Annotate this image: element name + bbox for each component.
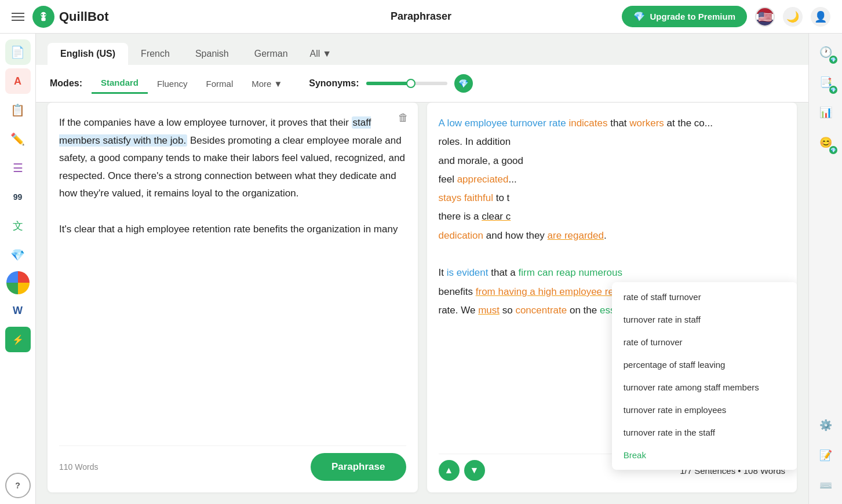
right-sidebar-settings[interactable]: ⚙️: [813, 412, 839, 438]
output-seg5: at the co: [664, 118, 705, 129]
dropdown-item-break[interactable]: Break: [612, 444, 797, 466]
dropdown-item-2[interactable]: turnover rate in staff: [612, 308, 797, 331]
output-seg19: .: [604, 230, 607, 241]
right-sidebar-keyboard[interactable]: ⌨️: [813, 473, 839, 498]
output-ellipsis1: ...: [705, 118, 713, 129]
delete-button[interactable]: 🗑: [398, 112, 409, 124]
upgrade-label: Upgrade to Premium: [650, 12, 735, 21]
output-seg8: feel: [439, 174, 457, 185]
dropdown-item-1[interactable]: rate of staff turnover: [612, 286, 797, 308]
sidebar-item-word[interactable]: W: [5, 298, 31, 323]
logo-icon: [32, 6, 54, 28]
compare-premium-badge: 💎: [829, 86, 837, 94]
output-seg23: firm can reap numerous: [518, 267, 622, 278]
prev-sentence-button[interactable]: ▲: [439, 460, 460, 481]
chevron-down-icon: ▼: [322, 49, 331, 59]
dropdown-item-5[interactable]: turnover rate among staff members: [612, 376, 797, 399]
tab-english[interactable]: English (US): [48, 43, 128, 65]
input-text-segment3: It's clear that a high employee retentio…: [59, 224, 398, 235]
tab-french[interactable]: French: [128, 43, 183, 65]
right-sidebar-compare[interactable]: 📑 💎: [813, 70, 839, 95]
header: QuillBot Paraphraser 💎 Upgrade to Premiu…: [0, 0, 842, 34]
sidebar-item-chrome[interactable]: [6, 271, 30, 294]
emoji-premium-badge: 💎: [829, 146, 837, 154]
all-label: All: [310, 49, 320, 59]
output-seg17: and how they: [483, 230, 548, 241]
next-sentence-button[interactable]: ▼: [464, 460, 485, 481]
output-seg30: on the: [567, 305, 600, 316]
output-seg6: roles. In additio: [439, 136, 505, 147]
dropdown-item-6[interactable]: turnover rate in employees: [612, 399, 797, 421]
mode-more[interactable]: More ▼: [242, 74, 291, 93]
tab-german[interactable]: German: [242, 43, 301, 65]
dropdown-item-4[interactable]: percentage of staff leaving: [612, 353, 797, 376]
menu-button[interactable]: [12, 13, 24, 21]
synonyms-slider[interactable]: [366, 82, 447, 85]
sidebar-item-grammar[interactable]: A: [5, 68, 31, 94]
diamond-icon: 💎: [633, 11, 645, 22]
sidebar-item-premium[interactable]: 💎: [5, 242, 31, 268]
right-sidebar-notes[interactable]: 📝: [813, 443, 839, 468]
input-text[interactable]: If the companies have a low employee tur…: [59, 114, 406, 441]
slider-thumb[interactable]: [406, 79, 415, 88]
output-seg22: that a: [489, 267, 519, 278]
right-sidebar-stats[interactable]: 📊: [813, 100, 839, 125]
sidebar-item-help[interactable]: ?: [5, 473, 31, 498]
paraphrase-button[interactable]: Paraphrase: [311, 453, 406, 481]
tab-all[interactable]: All ▼: [301, 43, 341, 65]
output-seg28: so: [500, 305, 515, 316]
history-premium-badge: 💎: [829, 56, 837, 64]
output-seg27: must: [478, 305, 500, 316]
output-seg4: workers: [629, 118, 664, 129]
svg-point-2: [41, 13, 43, 15]
input-footer: 110 Words Paraphrase: [59, 445, 406, 481]
sidebar-item-citation[interactable]: ☰: [5, 155, 31, 181]
tab-spanish[interactable]: Spanish: [183, 43, 242, 65]
right-sidebar-emoji[interactable]: 😊 💎: [813, 130, 839, 155]
dark-mode-button[interactable]: 🌙: [783, 7, 803, 27]
sidebar-item-summarizer[interactable]: 📋: [5, 97, 31, 123]
sidebar-item-screen[interactable]: ⚡: [5, 327, 31, 352]
output-seg14: a: [473, 211, 482, 222]
chevron-down-icon: ▼: [274, 79, 282, 89]
upgrade-button[interactable]: 💎 Upgrade to Premium: [622, 6, 747, 27]
editors: 🗑 If the companies have a low employee t…: [36, 103, 808, 504]
input-text-segment1: If the companies have a low employee tur…: [59, 117, 352, 128]
app-layout: 📄 A 📋 ✏️ ☰ 99 文 💎 W ⚡ ? English (US) Fre…: [0, 34, 842, 504]
output-seg15: clear c: [482, 211, 511, 222]
dropdown-item-7[interactable]: turnover rate in the staff: [612, 421, 797, 444]
modes-label: Modes:: [50, 78, 82, 89]
mode-fluency[interactable]: Fluency: [148, 74, 197, 93]
output-seg3: that: [608, 118, 630, 129]
output-seg16: dedication: [439, 230, 484, 241]
user-button[interactable]: 👤: [811, 7, 830, 27]
output-seg7: and morale, a go: [439, 155, 513, 166]
mode-standard[interactable]: Standard: [92, 73, 148, 94]
right-sidebar: 🕐 💎 📑 💎 📊 😊 💎 ⚙️ 📝 ⌨️: [808, 34, 842, 504]
page-title: Paraphraser: [391, 10, 451, 23]
output-ellipsis3: od: [512, 155, 523, 166]
right-sidebar-history[interactable]: 🕐 💎: [813, 39, 839, 65]
sidebar-item-translator[interactable]: 文: [5, 213, 31, 239]
output-seg24: benefits: [439, 286, 476, 297]
sidebar-item-quotation[interactable]: 99: [5, 184, 31, 210]
output-is: is: [464, 211, 473, 222]
left-sidebar: 📄 A 📋 ✏️ ☰ 99 文 💎 W ⚡ ?: [0, 34, 36, 504]
main-content: English (US) French Spanish German All ▼…: [36, 34, 808, 504]
output-seg9: appreciated: [457, 174, 509, 185]
output-seg1: A low employee turnover rate: [439, 118, 569, 129]
mode-formal[interactable]: Formal: [197, 74, 243, 93]
output-seg20: It: [439, 267, 447, 278]
language-tabs: English (US) French Spanish German All ▼: [36, 34, 808, 65]
sidebar-item-writer[interactable]: ✏️: [5, 126, 31, 152]
sidebar-item-paraphraser[interactable]: 📄: [5, 39, 31, 65]
output-seg13: there: [439, 211, 464, 222]
output-seg10: ...: [508, 174, 516, 185]
language-flag[interactable]: 🇺🇸: [755, 7, 775, 27]
logo[interactable]: QuillBot: [32, 6, 109, 28]
slider-fill: [366, 82, 411, 85]
synonyms-premium-icon[interactable]: 💎: [454, 74, 473, 93]
dropdown-item-3[interactable]: rate of turnover: [612, 331, 797, 353]
output-ellipsis2: n: [505, 136, 511, 147]
output-seg18: are regarded: [548, 230, 604, 241]
